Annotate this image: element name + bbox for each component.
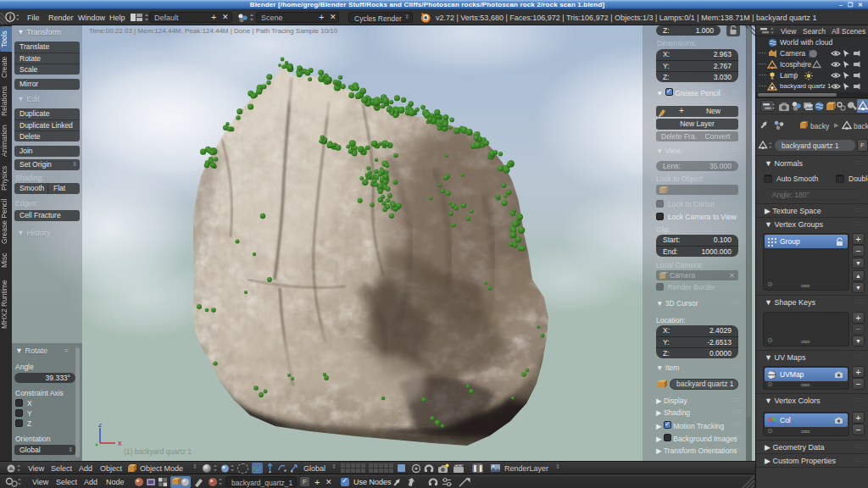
svg-text:Z: Z [98,424,103,428]
svg-text:X: X [118,441,122,446]
svg-text:i: i [9,14,12,21]
